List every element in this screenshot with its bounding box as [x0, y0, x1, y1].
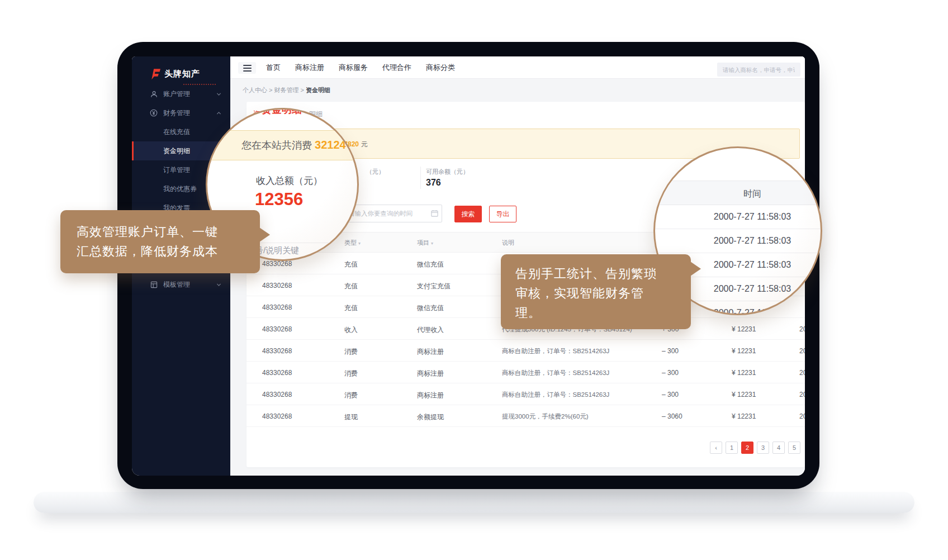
cell-order: 48330268: [262, 282, 292, 290]
pagination-page-2[interactable]: 2: [741, 442, 753, 454]
cell-type: 充值: [344, 260, 358, 269]
callout-text-line: 审核，实现智能财务管: [515, 283, 691, 303]
pagination-page-4[interactable]: 4: [772, 442, 785, 454]
cell-type: 消费: [344, 369, 358, 378]
cell-type: 消费: [344, 391, 358, 400]
sidebar-item-2[interactable]: 在线充值: [132, 122, 230, 141]
sidebar-item-label: 模板管理: [163, 280, 190, 290]
table-row: 48330268提现余额提现提现3000元，手续费2%(60元)– 3060¥ …: [247, 405, 805, 427]
hamburger-menu-icon[interactable]: [238, 62, 256, 74]
cell-time: 2000-7-27 11:58:03: [799, 347, 805, 355]
chevron-down-icon: ▾: [431, 241, 433, 246]
cell-item: 微信充值: [417, 303, 444, 313]
cell-type: 消费: [344, 347, 358, 357]
nav-tab-2[interactable]: 商标服务: [339, 63, 368, 73]
finance-icon: [150, 109, 158, 117]
callout-text-line: 高效管理账户订单、一键: [77, 222, 260, 241]
lens-time-header: 时间: [655, 181, 822, 205]
cell-amount: – 3060: [662, 412, 682, 420]
sidebar-item-label: 财务管理: [163, 108, 190, 118]
user-icon: [150, 90, 158, 98]
nav-tab-3[interactable]: 代理合作: [382, 63, 411, 73]
cell-order: 48330268: [262, 260, 292, 268]
trademark-search-input[interactable]: [717, 63, 800, 77]
brand-logo[interactable]: 头牌知产: [149, 65, 200, 82]
cell-time: 2000-7-27 11:58:03: [799, 369, 805, 377]
cell-amount: – 300: [662, 369, 679, 377]
breadcrumb-item-0[interactable]: 个人中心: [243, 87, 267, 93]
chevron-up-icon: [216, 111, 221, 116]
cell-balance: ¥ 12231: [732, 369, 756, 377]
cell-item: 支付宝充值: [417, 282, 451, 291]
brand-logo-icon: [149, 68, 160, 80]
cell-item: 商标注册: [417, 391, 444, 400]
cell-item: 商标注册: [417, 347, 444, 357]
cell-type: 充值: [344, 303, 358, 313]
table-row: 48330268消费商标注册商标自助注册，订单号：SB2514263J– 300…: [247, 362, 805, 383]
breadcrumb-item-2[interactable]: 资金明细: [306, 87, 330, 93]
brand-name: 头牌知产: [164, 69, 200, 79]
sidebar-item-label: 在线充值: [163, 127, 190, 137]
col-desc-header: 说明: [502, 239, 514, 247]
cell-balance: ¥ 12231: [732, 347, 756, 355]
cell-order: 48330268: [262, 325, 292, 333]
breadcrumb-separator: >: [267, 87, 274, 93]
banner-unit: 元: [359, 140, 367, 148]
lens-time-row: 2000-7-27 11:58:03: [655, 205, 822, 229]
col-item-header[interactable]: 项目▾: [417, 239, 433, 247]
sidebar-item-label: 账户管理: [163, 89, 190, 99]
pagination-page-5[interactable]: 5: [788, 442, 800, 454]
cell-order: 48330268: [262, 391, 292, 398]
lens-tab-fragment: 资金明细: [262, 108, 302, 116]
nav-tab-4[interactable]: 商标分类: [426, 63, 455, 73]
cell-time: 2000-7-27 11:58:03: [799, 412, 805, 420]
callout-text-line: 告别手工统计、告别繁琐: [515, 264, 691, 283]
chevron-down-icon: ▾: [358, 241, 361, 246]
cell-type: 提现: [344, 412, 358, 422]
cell-amount: – 300: [662, 391, 679, 398]
cell-balance: ¥ 12231: [732, 412, 756, 420]
search-button[interactable]: 搜索: [454, 206, 482, 222]
cell-balance: ¥ 12231: [732, 391, 756, 398]
callout-text-line: 汇总数据，降低财务成本: [77, 241, 260, 261]
lens-time-row: 2000-7-27 11:58:03: [655, 229, 822, 253]
cell-order: 48330268: [262, 347, 292, 355]
breadcrumb-separator: >: [299, 87, 306, 93]
laptop-base: [34, 492, 914, 513]
cell-order: 48330268: [262, 369, 292, 377]
stat-divider: [420, 167, 421, 189]
cell-item: 微信充值: [417, 260, 444, 269]
date-query-input[interactable]: [341, 205, 442, 222]
cell-desc: 商标自助注册，订单号：SB2514263J: [502, 347, 609, 355]
stat-expense-unit-label: （元）: [366, 168, 385, 176]
top-nav-tabs: 首页商标注册商标服务代理合作商标分类: [266, 56, 455, 79]
cell-item: 商标注册: [417, 369, 444, 378]
sidebar-item-label: 订单管理: [163, 165, 190, 175]
sidebar-item-1[interactable]: 财务管理: [132, 103, 230, 122]
cell-item: 代理收入: [417, 325, 444, 335]
breadcrumb[interactable]: 个人中心 > 财务管理 > 资金明细: [243, 86, 330, 94]
chevron-down-icon: [216, 92, 221, 97]
calendar-icon[interactable]: [431, 210, 438, 217]
lens-income-value: 12356: [255, 189, 303, 210]
sidebar-item-7[interactable]: 模板管理: [132, 275, 230, 294]
cell-order: 48330268: [262, 412, 292, 420]
nav-tab-1[interactable]: 商标注册: [295, 63, 324, 73]
sidebar-item-label: 我的优惠券: [163, 184, 197, 194]
cell-type: 收入: [344, 325, 358, 335]
lens-banner: 您在本站共消费 32124 元: [206, 130, 359, 160]
export-button[interactable]: 导出: [489, 206, 516, 222]
cell-type: 充值: [344, 282, 358, 291]
cell-time: 2000-7-27 11:58:03: [799, 325, 805, 333]
pagination-page-1[interactable]: 1: [726, 442, 738, 454]
col-type-header[interactable]: 类型▾: [344, 239, 361, 247]
top-navbar: 首页商标注册商标服务代理合作商标分类: [230, 56, 805, 79]
marketing-mockup: 头牌知产 账户管理财务管理在线充值资金明细订单管理我的优惠券我的发票模板管理 首…: [0, 0, 948, 560]
pagination-prev[interactable]: ‹: [710, 442, 722, 454]
breadcrumb-item-1[interactable]: 财务管理: [274, 87, 299, 93]
sidebar-item-0[interactable]: 账户管理: [132, 84, 230, 103]
table-row: 48330268消费商标注册商标自助注册，订单号：SB2514263J– 300…: [247, 383, 805, 405]
pagination-page-3[interactable]: 3: [757, 442, 769, 454]
nav-tab-0[interactable]: 首页: [266, 63, 281, 73]
chevron-down-icon: [216, 282, 221, 287]
